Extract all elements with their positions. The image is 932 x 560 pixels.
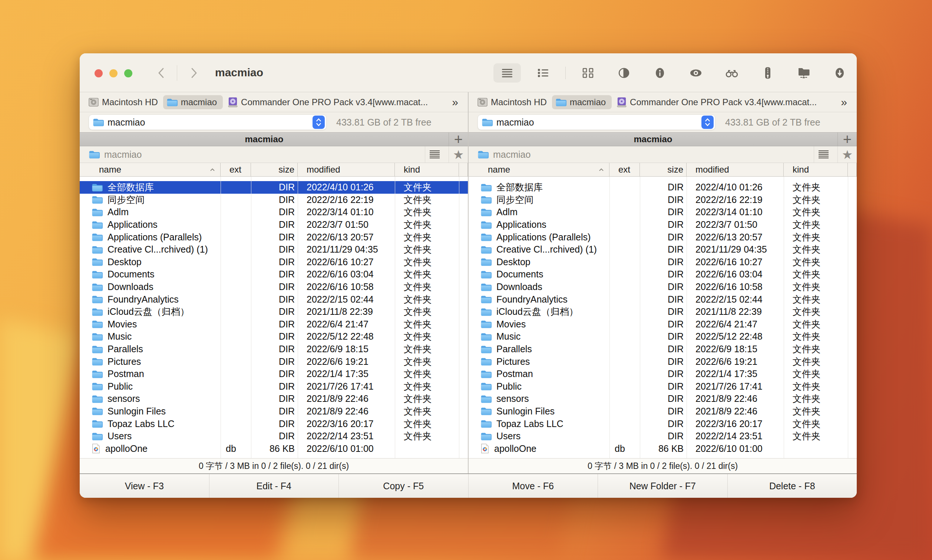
column-header-kind[interactable]: kind <box>395 163 459 176</box>
grid-view-button[interactable] <box>574 63 602 83</box>
file-row[interactable]: Creative Cl...rchived) (1)DIR2021/11/29 … <box>80 243 468 256</box>
file-row[interactable]: 全部数据库DIR2022/4/10 01:26文件夹 <box>469 181 857 194</box>
file-row[interactable]: ApplicationsDIR2022/3/7 01:50文件夹 <box>469 218 857 231</box>
column-view-button[interactable] <box>529 63 557 83</box>
view-options-button[interactable] <box>425 146 444 163</box>
theme-toggle-button[interactable] <box>610 63 638 83</box>
file-row[interactable]: sensorsDIR2021/8/9 22:46文件夹 <box>80 392 468 405</box>
drive-select[interactable]: macmiao <box>89 114 327 130</box>
column-header-kind[interactable]: kind <box>784 163 848 176</box>
file-row[interactable]: FoundryAnalyticsDIR2022/2/15 02:44文件夹 <box>469 293 857 306</box>
titlebar[interactable]: macmiao <box>80 53 857 92</box>
column-header-name[interactable]: name <box>469 163 610 176</box>
file-row[interactable]: PicturesDIR2022/6/6 19:21文件夹 <box>469 355 857 368</box>
file-row[interactable]: PicturesDIR2022/6/6 19:21文件夹 <box>80 355 468 368</box>
download-button[interactable] <box>826 63 853 83</box>
file-row[interactable]: Applications (Parallels)DIR2022/6/13 20:… <box>469 231 857 243</box>
file-row[interactable]: apolloOnedb86 KB2022/6/10 01:00 <box>469 442 857 455</box>
drive-select-stepper[interactable] <box>701 115 714 129</box>
file-row[interactable]: Sunlogin FilesDIR2021/8/9 22:46文件夹 <box>469 405 857 418</box>
column-header-ext[interactable]: ext <box>221 163 251 176</box>
list-view-button[interactable] <box>494 63 521 83</box>
archive-zipper-button[interactable] <box>754 63 781 83</box>
column-header-size[interactable]: size <box>251 163 298 176</box>
file-row[interactable]: MusicDIR2022/5/12 22:48文件夹 <box>469 330 857 343</box>
minimize-button[interactable] <box>110 69 117 77</box>
file-row[interactable]: 全部数据库DIR2022/4/10 01:26文件夹 <box>80 181 468 194</box>
favorites-button[interactable]: ★ <box>449 146 468 163</box>
folder-icon <box>480 394 492 404</box>
file-row[interactable]: Topaz Labs LLCDIR2022/3/16 20:17文件夹 <box>80 417 468 430</box>
forward-icon[interactable] <box>187 65 201 82</box>
file-row[interactable]: DocumentsDIR2022/6/16 03:04文件夹 <box>80 268 468 281</box>
breadcrumb-item[interactable]: Commander One PRO Pack v3.4[www.macat... <box>617 97 817 108</box>
breadcrumb-item[interactable]: Macintosh HD <box>89 97 158 108</box>
column-header-ext[interactable]: ext <box>610 163 640 176</box>
file-row[interactable]: UsersDIR2022/2/14 23:51文件夹 <box>80 430 468 443</box>
file-row[interactable]: FoundryAnalyticsDIR2022/2/15 02:44文件夹 <box>80 293 468 306</box>
file-row[interactable]: ParallelsDIR2022/6/9 18:15文件夹 <box>469 343 857 355</box>
file-row[interactable]: AdlmDIR2022/3/14 01:10文件夹 <box>469 206 857 218</box>
breadcrumb-overflow-button[interactable]: » <box>452 96 458 109</box>
tab-macmiao[interactable]: macmiao <box>80 132 449 146</box>
delete-f8-button[interactable]: Delete - F8 <box>728 474 857 498</box>
file-row[interactable]: Applications (Parallels)DIR2022/6/13 20:… <box>80 231 468 243</box>
network-folder-button[interactable] <box>790 63 818 83</box>
breadcrumb-item[interactable]: Macintosh HD <box>477 97 547 108</box>
file-row[interactable]: DesktopDIR2022/6/16 10:27文件夹 <box>469 256 857 269</box>
drive-select[interactable]: macmiao <box>477 114 716 130</box>
file-row[interactable]: ApplicationsDIR2022/3/7 01:50文件夹 <box>80 218 468 231</box>
breadcrumb-overflow-button[interactable]: » <box>841 96 847 109</box>
file-row[interactable]: iCloud云盘（归档）DIR2021/11/8 22:39文件夹 <box>80 306 468 318</box>
file-row[interactable]: ParallelsDIR2022/6/9 18:15文件夹 <box>80 343 468 355</box>
file-row[interactable]: DocumentsDIR2022/6/16 03:04文件夹 <box>469 268 857 281</box>
breadcrumb-item[interactable]: macmiao <box>552 95 612 109</box>
favorites-button[interactable]: ★ <box>838 146 857 163</box>
tab-macmiao[interactable]: macmiao <box>469 132 838 146</box>
column-header-modified[interactable]: modified <box>298 163 395 176</box>
close-button[interactable] <box>94 69 103 77</box>
file-row[interactable]: MoviesDIR2022/6/4 21:47文件夹 <box>469 318 857 331</box>
file-row[interactable]: Sunlogin FilesDIR2021/8/9 22:46文件夹 <box>80 405 468 418</box>
tab-bar: macmiao + <box>80 132 468 146</box>
file-row[interactable]: PublicDIR2021/7/26 17:41文件夹 <box>469 380 857 393</box>
info-button[interactable] <box>646 63 674 83</box>
file-row[interactable]: PostmanDIR2022/1/4 17:35文件夹 <box>469 368 857 380</box>
view-options-button[interactable] <box>814 146 833 163</box>
new-folder-f7-button[interactable]: New Folder - F7 <box>598 474 728 498</box>
file-row[interactable]: PostmanDIR2022/1/4 17:35文件夹 <box>80 368 468 380</box>
column-header-name[interactable]: name <box>80 163 221 176</box>
move-f6-button[interactable]: Move - F6 <box>469 474 598 498</box>
file-row[interactable]: AdlmDIR2022/3/14 01:10文件夹 <box>80 206 468 218</box>
file-row[interactable]: 同步空间DIR2022/2/16 22:19文件夹 <box>469 194 857 206</box>
back-icon[interactable] <box>154 65 169 82</box>
zoom-button[interactable] <box>124 69 132 77</box>
file-row[interactable]: 同步空间DIR2022/2/16 22:19文件夹 <box>80 194 468 206</box>
view-f3-button[interactable]: View - F3 <box>80 474 210 498</box>
add-tab-button[interactable]: + <box>449 132 468 146</box>
file-row[interactable]: DesktopDIR2022/6/16 10:27文件夹 <box>80 256 468 269</box>
file-row[interactable]: UsersDIR2022/2/14 23:51文件夹 <box>469 430 857 443</box>
file-row[interactable]: iCloud云盘（归档）DIR2021/11/8 22:39文件夹 <box>469 306 857 318</box>
search-binoculars-button[interactable] <box>718 63 745 83</box>
column-header-size[interactable]: size <box>640 163 687 176</box>
file-row[interactable]: PublicDIR2021/7/26 17:41文件夹 <box>80 380 468 393</box>
column-header-modified[interactable]: modified <box>687 163 784 176</box>
file-row[interactable]: sensorsDIR2021/8/9 22:46文件夹 <box>469 392 857 405</box>
file-row[interactable]: DownloadsDIR2022/6/16 10:58文件夹 <box>469 281 857 293</box>
file-row[interactable]: Creative Cl...rchived) (1)DIR2021/11/29 … <box>469 243 857 256</box>
drive-select-stepper[interactable] <box>313 115 325 129</box>
file-row[interactable]: MoviesDIR2022/6/4 21:47文件夹 <box>80 318 468 331</box>
edit-f4-button[interactable]: Edit - F4 <box>210 474 339 498</box>
breadcrumb-item[interactable]: Commander One PRO Pack v3.4[www.macat... <box>228 97 428 108</box>
drive-bar: macmiao 433.81 GB of 2 TB free <box>80 112 468 132</box>
breadcrumb-item[interactable]: macmiao <box>163 95 223 109</box>
file-icon <box>91 443 100 454</box>
file-row[interactable]: DownloadsDIR2022/6/16 10:58文件夹 <box>80 281 468 293</box>
quick-look-button[interactable] <box>682 63 710 83</box>
file-row[interactable]: Topaz Labs LLCDIR2022/3/16 20:17文件夹 <box>469 417 857 430</box>
add-tab-button[interactable]: + <box>838 132 857 146</box>
file-row[interactable]: apolloOnedb86 KB2022/6/10 01:00 <box>80 442 468 455</box>
file-row[interactable]: MusicDIR2022/5/12 22:48文件夹 <box>80 330 468 343</box>
copy-f5-button[interactable]: Copy - F5 <box>339 474 469 498</box>
